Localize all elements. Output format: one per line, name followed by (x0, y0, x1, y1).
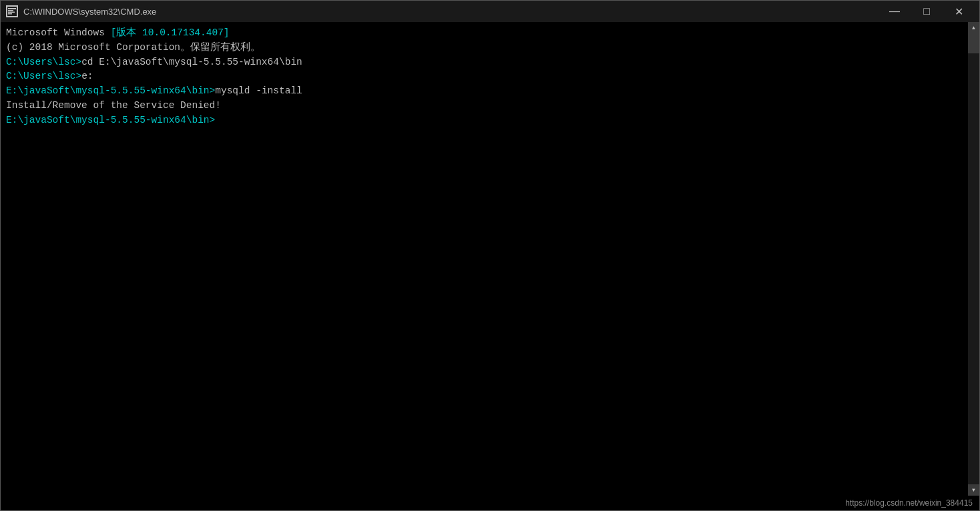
scroll-track (968, 33, 979, 484)
terminal-text: E:\javaSoft\mysql-5.5.55-winx64\bin> (6, 85, 215, 96)
terminal-text: e: (81, 71, 93, 81)
terminal-line: (c) 2018 Microsoft Corporation。保留所有权利。 (6, 41, 963, 55)
svg-rect-2 (8, 10, 13, 11)
terminal-text: (c) 2018 Microsoft Corporation。保留所有权利。 (6, 42, 260, 53)
terminal-line: Microsoft Windows [版本 10.0.17134.407] (6, 26, 963, 41)
svg-rect-1 (8, 8, 16, 9)
terminal-text: [版本 10.0.17134.407] (111, 27, 230, 38)
close-button[interactable]: ✕ (943, 1, 974, 22)
scroll-thumb[interactable] (968, 33, 979, 53)
scroll-down-button[interactable]: ▼ (968, 484, 979, 496)
svg-rect-4 (8, 13, 12, 15)
terminal-line: C:\Users\lsc>e: (6, 69, 963, 84)
titlebar: C:\WINDOWS\system32\CMD.exe — □ ✕ (1, 1, 979, 22)
terminal-line: E:\javaSoft\mysql-5.5.55-winx64\bin>mysq… (6, 84, 963, 99)
bottom-url: https://blog.csdn.net/weixin_384415 (845, 498, 973, 508)
minimize-button[interactable]: — (879, 1, 910, 22)
maximize-button[interactable]: □ (911, 1, 942, 22)
scrollbar[interactable]: ▲ ▼ (968, 22, 979, 496)
terminal-text: Microsoft Windows (6, 27, 111, 38)
terminal-text: mysqld -install (215, 85, 302, 96)
terminal-line: Install/Remove of the Service Denied! (6, 99, 963, 113)
bottom-bar: https://blog.csdn.net/weixin_384415 (1, 496, 979, 510)
terminal-text: C:\Users\lsc> (6, 57, 81, 67)
window-title: C:\WINDOWS\system32\CMD.exe (23, 7, 879, 17)
titlebar-icon (6, 5, 18, 17)
terminal-text: E:\javaSoft\mysql-5.5.55-winx64\bin> (6, 115, 215, 125)
cmd-window: C:\WINDOWS\system32\CMD.exe — □ ✕ Micros… (0, 0, 980, 511)
terminal-output[interactable]: Microsoft Windows [版本 10.0.17134.407](c)… (1, 22, 968, 496)
terminal-text: Install/Remove of the Service Denied! (6, 100, 221, 111)
content-area: Microsoft Windows [版本 10.0.17134.407](c)… (1, 22, 979, 496)
window-controls: — □ ✕ (879, 1, 974, 22)
terminal-text: C:\Users\lsc> (6, 71, 81, 81)
svg-rect-3 (8, 12, 15, 13)
terminal-line: C:\Users\lsc>cd E:\javaSoft\mysql-5.5.55… (6, 55, 963, 70)
terminal-line: E:\javaSoft\mysql-5.5.55-winx64\bin> (6, 113, 963, 128)
scroll-up-button[interactable]: ▲ (968, 22, 979, 33)
terminal-text: cd E:\javaSoft\mysql-5.5.55-winx64\bin (81, 57, 302, 67)
